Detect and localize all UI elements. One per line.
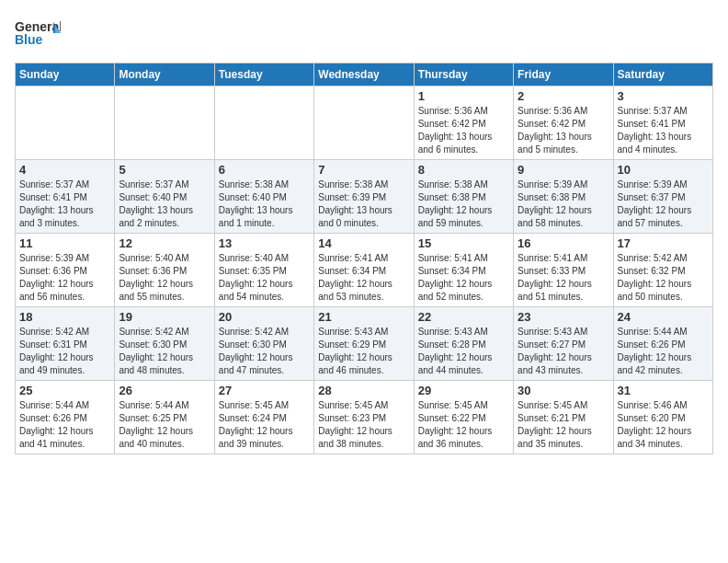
page-header: General Blue — [15, 15, 713, 52]
day-info: Sunrise: 5:38 AM Sunset: 6:38 PM Dayligh… — [418, 178, 509, 230]
day-info: Sunrise: 5:36 AM Sunset: 6:42 PM Dayligh… — [518, 105, 609, 156]
day-info: Sunrise: 5:38 AM Sunset: 6:40 PM Dayligh… — [219, 178, 310, 230]
day-number: 8 — [418, 163, 509, 177]
day-number: 27 — [219, 384, 310, 397]
day-info: Sunrise: 5:41 AM Sunset: 6:34 PM Dayligh… — [418, 252, 509, 304]
day-info: Sunrise: 5:45 AM Sunset: 6:21 PM Dayligh… — [518, 399, 609, 451]
day-info: Sunrise: 5:42 AM Sunset: 6:30 PM Dayligh… — [119, 326, 210, 377]
day-info: Sunrise: 5:44 AM Sunset: 6:25 PM Dayligh… — [119, 399, 210, 451]
calendar-cell: 20Sunrise: 5:42 AM Sunset: 6:30 PM Dayli… — [214, 307, 313, 381]
calendar-cell: 31Sunrise: 5:46 AM Sunset: 6:20 PM Dayli… — [613, 381, 712, 454]
day-number: 29 — [418, 384, 509, 397]
day-info: Sunrise: 5:43 AM Sunset: 6:28 PM Dayligh… — [418, 326, 509, 377]
weekday-header-friday: Friday — [514, 63, 613, 86]
day-number: 18 — [19, 310, 110, 324]
day-number: 13 — [219, 236, 310, 250]
day-info: Sunrise: 5:40 AM Sunset: 6:36 PM Dayligh… — [119, 252, 210, 304]
weekday-header-monday: Monday — [115, 63, 214, 86]
day-number: 15 — [418, 236, 509, 250]
day-number: 23 — [518, 310, 609, 324]
day-number: 1 — [418, 89, 509, 103]
day-number: 2 — [518, 89, 609, 103]
weekday-header-wednesday: Wednesday — [314, 63, 414, 86]
calendar-cell: 24Sunrise: 5:44 AM Sunset: 6:26 PM Dayli… — [613, 307, 712, 381]
calendar-cell: 5Sunrise: 5:37 AM Sunset: 6:40 PM Daylig… — [115, 160, 214, 234]
calendar-cell: 23Sunrise: 5:43 AM Sunset: 6:27 PM Dayli… — [514, 307, 613, 381]
weekday-header-saturday: Saturday — [613, 63, 712, 86]
day-info: Sunrise: 5:46 AM Sunset: 6:20 PM Dayligh… — [618, 399, 709, 451]
day-number: 3 — [618, 89, 709, 103]
calendar-cell: 6Sunrise: 5:38 AM Sunset: 6:40 PM Daylig… — [214, 160, 313, 234]
day-info: Sunrise: 5:42 AM Sunset: 6:32 PM Dayligh… — [618, 252, 709, 304]
day-info: Sunrise: 5:43 AM Sunset: 6:29 PM Dayligh… — [318, 326, 409, 377]
day-number: 19 — [119, 310, 210, 324]
calendar-cell: 11Sunrise: 5:39 AM Sunset: 6:36 PM Dayli… — [16, 234, 115, 307]
calendar-cell — [314, 86, 414, 160]
calendar-cell: 12Sunrise: 5:40 AM Sunset: 6:36 PM Dayli… — [115, 234, 214, 307]
day-info: Sunrise: 5:38 AM Sunset: 6:39 PM Dayligh… — [318, 178, 409, 230]
calendar-table: SundayMondayTuesdayWednesdayThursdayFrid… — [15, 63, 713, 454]
calendar-cell: 4Sunrise: 5:37 AM Sunset: 6:41 PM Daylig… — [16, 160, 115, 234]
day-number: 20 — [219, 310, 310, 324]
day-info: Sunrise: 5:40 AM Sunset: 6:35 PM Dayligh… — [219, 252, 310, 304]
day-info: Sunrise: 5:45 AM Sunset: 6:23 PM Dayligh… — [318, 399, 409, 451]
day-number: 10 — [618, 163, 709, 177]
calendar-cell: 14Sunrise: 5:41 AM Sunset: 6:34 PM Dayli… — [314, 234, 414, 307]
day-number: 28 — [318, 384, 409, 397]
day-number: 9 — [518, 163, 609, 177]
day-info: Sunrise: 5:41 AM Sunset: 6:34 PM Dayligh… — [318, 252, 409, 304]
calendar-cell: 27Sunrise: 5:45 AM Sunset: 6:24 PM Dayli… — [214, 381, 313, 454]
weekday-header-thursday: Thursday — [414, 63, 513, 86]
day-info: Sunrise: 5:39 AM Sunset: 6:37 PM Dayligh… — [618, 178, 709, 230]
day-info: Sunrise: 5:37 AM Sunset: 6:41 PM Dayligh… — [618, 105, 709, 156]
calendar-cell: 29Sunrise: 5:45 AM Sunset: 6:22 PM Dayli… — [414, 381, 513, 454]
calendar-cell — [214, 86, 313, 160]
day-info: Sunrise: 5:39 AM Sunset: 6:36 PM Dayligh… — [19, 252, 110, 304]
calendar-cell: 1Sunrise: 5:36 AM Sunset: 6:42 PM Daylig… — [414, 86, 513, 160]
day-number: 12 — [119, 236, 210, 250]
day-info: Sunrise: 5:44 AM Sunset: 6:26 PM Dayligh… — [19, 399, 110, 451]
calendar-cell: 28Sunrise: 5:45 AM Sunset: 6:23 PM Dayli… — [314, 381, 414, 454]
calendar-cell: 16Sunrise: 5:41 AM Sunset: 6:33 PM Dayli… — [514, 234, 613, 307]
calendar-cell: 26Sunrise: 5:44 AM Sunset: 6:25 PM Dayli… — [115, 381, 214, 454]
calendar-cell: 17Sunrise: 5:42 AM Sunset: 6:32 PM Dayli… — [613, 234, 712, 307]
svg-text:Blue: Blue — [15, 32, 43, 47]
logo: General Blue — [15, 15, 61, 52]
calendar-cell: 13Sunrise: 5:40 AM Sunset: 6:35 PM Dayli… — [214, 234, 313, 307]
day-number: 11 — [19, 236, 110, 250]
day-number: 6 — [219, 163, 310, 177]
day-number: 16 — [518, 236, 609, 250]
calendar-cell: 8Sunrise: 5:38 AM Sunset: 6:38 PM Daylig… — [414, 160, 513, 234]
calendar-cell: 21Sunrise: 5:43 AM Sunset: 6:29 PM Dayli… — [314, 307, 414, 381]
calendar-cell: 22Sunrise: 5:43 AM Sunset: 6:28 PM Dayli… — [414, 307, 513, 381]
day-info: Sunrise: 5:42 AM Sunset: 6:31 PM Dayligh… — [19, 326, 110, 377]
day-number: 17 — [618, 236, 709, 250]
day-info: Sunrise: 5:45 AM Sunset: 6:24 PM Dayligh… — [219, 399, 310, 451]
day-info: Sunrise: 5:37 AM Sunset: 6:40 PM Dayligh… — [119, 178, 210, 230]
calendar-cell: 2Sunrise: 5:36 AM Sunset: 6:42 PM Daylig… — [514, 86, 613, 160]
day-number: 25 — [19, 384, 110, 397]
calendar-cell: 3Sunrise: 5:37 AM Sunset: 6:41 PM Daylig… — [613, 86, 712, 160]
day-info: Sunrise: 5:43 AM Sunset: 6:27 PM Dayligh… — [518, 326, 609, 377]
calendar-cell — [115, 86, 214, 160]
calendar-cell: 18Sunrise: 5:42 AM Sunset: 6:31 PM Dayli… — [16, 307, 115, 381]
day-number: 4 — [19, 163, 110, 177]
calendar-cell — [16, 86, 115, 160]
weekday-header-tuesday: Tuesday — [214, 63, 313, 86]
day-number: 5 — [119, 163, 210, 177]
day-number: 26 — [119, 384, 210, 397]
day-number: 30 — [518, 384, 609, 397]
day-number: 24 — [618, 310, 709, 324]
weekday-header-sunday: Sunday — [16, 63, 115, 86]
logo-icon: General Blue — [15, 15, 61, 52]
day-info: Sunrise: 5:42 AM Sunset: 6:30 PM Dayligh… — [219, 326, 310, 377]
calendar-cell: 30Sunrise: 5:45 AM Sunset: 6:21 PM Dayli… — [514, 381, 613, 454]
calendar-cell: 7Sunrise: 5:38 AM Sunset: 6:39 PM Daylig… — [314, 160, 414, 234]
day-info: Sunrise: 5:36 AM Sunset: 6:42 PM Dayligh… — [418, 105, 509, 156]
day-number: 21 — [318, 310, 409, 324]
day-number: 22 — [418, 310, 509, 324]
day-number: 31 — [618, 384, 709, 397]
day-info: Sunrise: 5:37 AM Sunset: 6:41 PM Dayligh… — [19, 178, 110, 230]
day-info: Sunrise: 5:44 AM Sunset: 6:26 PM Dayligh… — [618, 326, 709, 377]
day-number: 14 — [318, 236, 409, 250]
